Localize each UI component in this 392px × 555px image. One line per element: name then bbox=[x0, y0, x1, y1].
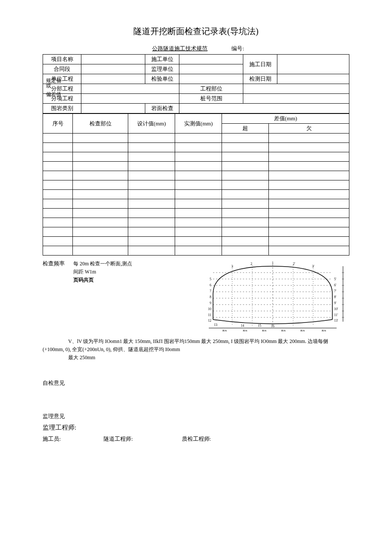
val-inspection-unit[interactable] bbox=[179, 74, 243, 84]
sup-engineer: 监理工程师: bbox=[43, 424, 349, 432]
table-row bbox=[43, 171, 349, 180]
val-rock-face[interactable] bbox=[179, 104, 349, 113]
hdr-row-5: 分项工程 桩号范围 bbox=[43, 94, 349, 104]
val-unit-project[interactable] bbox=[81, 74, 145, 84]
table-row bbox=[43, 218, 349, 227]
svg-text:B/6: B/6 bbox=[300, 329, 305, 332]
lbl-construction-date: 施工日期 bbox=[243, 55, 277, 74]
svg-text:3': 3' bbox=[312, 264, 314, 268]
svg-text:14: 14 bbox=[241, 324, 244, 328]
svg-text:2': 2' bbox=[293, 262, 295, 266]
hdr-row-3: 单位工程 检验单位 检测日期 bbox=[43, 74, 349, 84]
diagram-holder: 1 2 2' 3 3' 5 6 7 8 9 10 11 12 5' 6' 7' … bbox=[196, 260, 349, 334]
svg-text:5: 5 bbox=[210, 277, 211, 281]
header-table: 项目名称 施工单位 施工日期 合同段 监理单位 单位工程 检验单位 检测日期 分… bbox=[43, 54, 349, 113]
table-row bbox=[43, 134, 349, 143]
svg-text:2: 2 bbox=[251, 262, 252, 266]
svg-text:7: 7 bbox=[210, 289, 211, 293]
table-row bbox=[43, 143, 349, 152]
spec-text: V、lV 级为平均 IOomn1 最大 150mm, IIkΠ 围岩平均150m… bbox=[43, 337, 349, 362]
val-supervision-unit[interactable] bbox=[179, 64, 243, 74]
val-inspection-date[interactable] bbox=[277, 74, 349, 84]
hdr-row-4: 分部工程 工程部位 bbox=[43, 84, 349, 94]
table-row bbox=[43, 190, 349, 199]
svg-text:11': 11' bbox=[334, 313, 338, 317]
col-design: 设计值(mm) bbox=[128, 114, 175, 134]
svg-text:13: 13 bbox=[214, 323, 217, 327]
val-item-project[interactable] bbox=[81, 94, 179, 104]
freq-line2: 间距 W1m bbox=[73, 268, 191, 276]
svg-text:3: 3 bbox=[231, 264, 233, 268]
data-table: 序号 检查部位 设计值(mm) 实测值(mm) 差值(mm) 超 欠 bbox=[43, 113, 349, 256]
ov-deviation: 偏差值 bbox=[46, 91, 61, 98]
svg-text:16: 16 bbox=[271, 324, 274, 328]
subtitle-row: 公路隧道施工技术规范 编号: bbox=[43, 45, 349, 52]
svg-text:12: 12 bbox=[208, 319, 211, 323]
signature-row: 施工员: 隧道工程师: 质检工程师: bbox=[43, 435, 349, 443]
lbl-project-part: 工程部位 bbox=[179, 84, 243, 94]
sig-tunnel-engineer: 隧道工程师: bbox=[104, 435, 180, 443]
svg-text:13': 13' bbox=[334, 319, 338, 323]
table-row bbox=[43, 199, 349, 209]
val-rock-type[interactable] bbox=[81, 104, 145, 113]
table-row bbox=[43, 237, 349, 246]
svg-text:B/6: B/6 bbox=[243, 329, 248, 332]
svg-text:8: 8 bbox=[210, 295, 211, 299]
lbl-rock-type: 围岩类别 bbox=[43, 104, 81, 113]
self-opinion: 自检意见 bbox=[43, 379, 349, 387]
ov-or: 或 bbox=[46, 82, 51, 90]
svg-text:7': 7' bbox=[334, 289, 337, 293]
svg-text:9: 9 bbox=[210, 301, 211, 305]
table-row bbox=[43, 209, 349, 218]
svg-text:6': 6' bbox=[334, 283, 337, 287]
svg-text:10': 10' bbox=[334, 307, 338, 311]
doc-number-label: 编号: bbox=[231, 45, 244, 52]
lbl-construction-unit: 施工单位 bbox=[145, 55, 179, 64]
col-header-1: 序号 检查部位 设计值(mm) 实测值(mm) 差值(mm) bbox=[43, 114, 349, 124]
hdr-row-1: 项目名称 施工单位 施工日期 bbox=[43, 55, 349, 64]
page-label: 页码共页 bbox=[73, 276, 191, 284]
table-row bbox=[43, 227, 349, 237]
svg-text:11: 11 bbox=[208, 313, 211, 317]
col-seq: 序号 bbox=[43, 114, 73, 134]
sig-constructor: 施工员: bbox=[43, 435, 102, 443]
svg-text:10: 10 bbox=[208, 307, 211, 311]
freq-line1: 每 20m 检查一个断面,测点 bbox=[73, 260, 191, 268]
svg-text:9': 9' bbox=[334, 301, 337, 305]
svg-text:8': 8' bbox=[334, 295, 337, 299]
svg-text:B/6: B/6 bbox=[262, 329, 267, 332]
svg-text:15: 15 bbox=[258, 324, 261, 328]
svg-text:1: 1 bbox=[272, 261, 274, 265]
table-row bbox=[43, 246, 349, 256]
lbl-inspection-unit: 检验单位 bbox=[145, 74, 179, 84]
val-construction-date[interactable] bbox=[277, 55, 349, 74]
sig-qc-engineer: 质检工程师: bbox=[182, 435, 211, 443]
lbl-project-name: 项目名称 bbox=[43, 55, 81, 64]
svg-text:6: 6 bbox=[210, 283, 211, 287]
val-stake-range[interactable] bbox=[243, 94, 349, 104]
val-contract-section[interactable] bbox=[81, 64, 145, 74]
tunnel-section-diagram: 1 2 2' 3 3' 5 6 7 8 9 10 11 12 5' 6' 7' … bbox=[196, 260, 349, 332]
lbl-stake-range: 桩号范围 bbox=[179, 94, 243, 104]
spec-line2: 最大 250mm bbox=[43, 354, 349, 362]
table-row bbox=[43, 152, 349, 162]
lbl-contract-section: 合同段 bbox=[43, 64, 81, 74]
svg-text:B/6: B/6 bbox=[222, 329, 227, 332]
val-project-part[interactable] bbox=[243, 84, 349, 94]
val-sub-project[interactable] bbox=[81, 84, 179, 94]
lbl-rock-face: 岩面检查 bbox=[145, 104, 179, 113]
page-title: 隧道开挖断面检查记录表(导坑法) bbox=[43, 26, 349, 37]
table-row bbox=[43, 162, 349, 171]
lbl-supervision-unit: 监理单位 bbox=[145, 64, 179, 74]
svg-text:5': 5' bbox=[334, 277, 337, 281]
svg-text:B/6: B/6 bbox=[281, 329, 286, 332]
col-measured: 实测值(mm) bbox=[175, 114, 222, 134]
notes-section: 检查频率 每 20m 检查一个断面,测点 间距 W1m 页码共页 1 2 2' bbox=[43, 260, 349, 334]
val-construction-unit[interactable] bbox=[179, 55, 243, 64]
freq-label: 检查频率 bbox=[43, 260, 68, 334]
col-under: 欠 bbox=[269, 124, 349, 134]
svg-text:B/6: B/6 bbox=[322, 329, 326, 332]
sup-opinion: 监理意见 bbox=[43, 413, 349, 420]
spec-name: 公路隧道施工技术规范 bbox=[148, 45, 212, 52]
val-project-name[interactable] bbox=[81, 55, 145, 64]
